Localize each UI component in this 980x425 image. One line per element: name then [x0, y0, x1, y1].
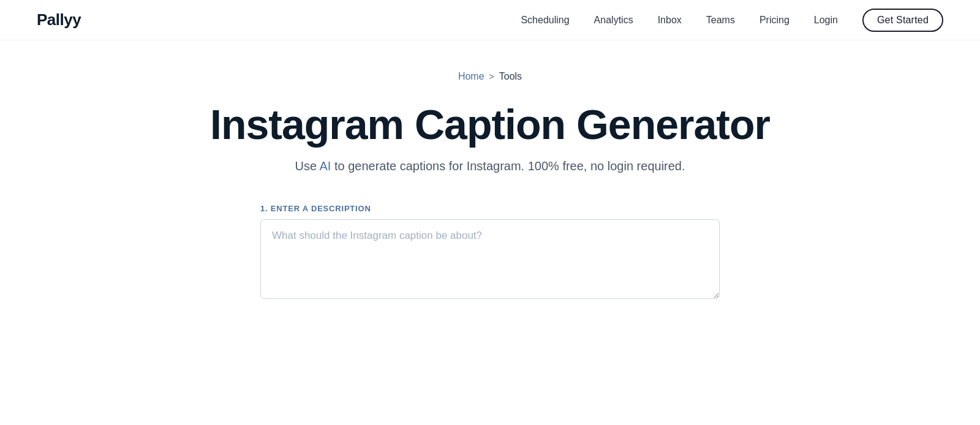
nav-inbox[interactable]: Inbox — [658, 15, 682, 26]
main-nav: Scheduling Analytics Inbox Teams Pricing… — [521, 9, 943, 32]
breadcrumb-separator: > — [489, 72, 494, 81]
header: Pallyy Scheduling Analytics Inbox Teams … — [0, 0, 980, 40]
nav-scheduling[interactable]: Scheduling — [521, 15, 569, 26]
subtitle-after: to generate captions for Instagram. 100%… — [331, 159, 685, 173]
description-label: 1. ENTER A DESCRIPTION — [260, 204, 720, 213]
description-input[interactable] — [260, 219, 720, 299]
breadcrumb-current: Tools — [499, 71, 522, 82]
hero-section: Instagram Caption Generator Use AI to ge… — [0, 100, 980, 173]
nav-pricing[interactable]: Pricing — [760, 15, 790, 26]
caption-form: 1. ENTER A DESCRIPTION — [248, 204, 732, 301]
nav-login[interactable]: Login — [814, 15, 838, 26]
page-title: Instagram Caption Generator — [12, 100, 968, 148]
subtitle-before: Use — [295, 159, 319, 173]
ai-link[interactable]: AI — [320, 159, 331, 173]
nav-analytics[interactable]: Analytics — [594, 15, 633, 26]
logo[interactable]: Pallyy — [37, 10, 81, 29]
get-started-button[interactable]: Get Started — [862, 9, 943, 32]
hero-subtitle: Use AI to generate captions for Instagra… — [12, 159, 968, 173]
nav-teams[interactable]: Teams — [706, 15, 735, 26]
breadcrumb: Home > Tools — [0, 71, 980, 82]
breadcrumb-home[interactable]: Home — [458, 71, 484, 82]
